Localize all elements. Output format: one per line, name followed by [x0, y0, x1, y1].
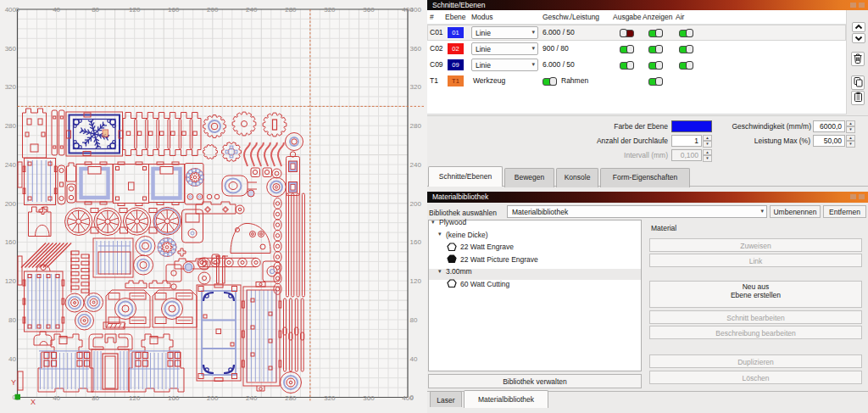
svg-text:0: 0 — [410, 393, 415, 401]
svg-text:160: 160 — [410, 238, 422, 246]
svg-text:160: 160 — [168, 6, 180, 14]
svg-text:280: 280 — [285, 394, 297, 402]
svg-text:280: 280 — [410, 122, 422, 130]
svg-text:360: 360 — [410, 45, 422, 53]
svg-text:40: 40 — [8, 355, 16, 363]
svg-text:X: X — [31, 398, 36, 406]
svg-text:80: 80 — [92, 394, 99, 402]
svg-text:200: 200 — [5, 200, 17, 208]
svg-text:320: 320 — [324, 394, 336, 402]
svg-text:200: 200 — [410, 200, 422, 208]
svg-text:80: 80 — [410, 316, 418, 324]
svg-text:280: 280 — [5, 122, 17, 130]
svg-text:360: 360 — [363, 6, 375, 14]
svg-text:200: 200 — [207, 6, 219, 14]
svg-text:120: 120 — [129, 394, 141, 402]
svg-text:Y: Y — [11, 378, 16, 387]
svg-text:280: 280 — [285, 6, 297, 14]
svg-text:160: 160 — [168, 394, 180, 402]
svg-text:40: 40 — [53, 394, 60, 402]
svg-text:120: 120 — [410, 277, 422, 285]
svg-text:320: 320 — [5, 83, 17, 91]
svg-text:400: 400 — [410, 6, 422, 14]
svg-text:320: 320 — [410, 83, 422, 91]
svg-text:400: 400 — [5, 6, 17, 14]
svg-text:160: 160 — [5, 238, 17, 246]
svg-text:240: 240 — [246, 394, 258, 402]
svg-text:240: 240 — [5, 161, 17, 169]
svg-text:200: 200 — [207, 394, 219, 402]
svg-text:360: 360 — [5, 45, 17, 53]
svg-text:80: 80 — [8, 316, 16, 324]
svg-text:40: 40 — [410, 355, 418, 363]
svg-text:360: 360 — [363, 394, 375, 402]
svg-text:320: 320 — [324, 6, 336, 14]
svg-text:120: 120 — [129, 6, 141, 14]
svg-text:0: 0 — [15, 6, 19, 14]
svg-text:40: 40 — [53, 6, 60, 14]
svg-text:240: 240 — [410, 161, 422, 169]
svg-text:240: 240 — [246, 6, 258, 14]
svg-text:120: 120 — [5, 277, 17, 285]
svg-text:80: 80 — [92, 6, 99, 14]
